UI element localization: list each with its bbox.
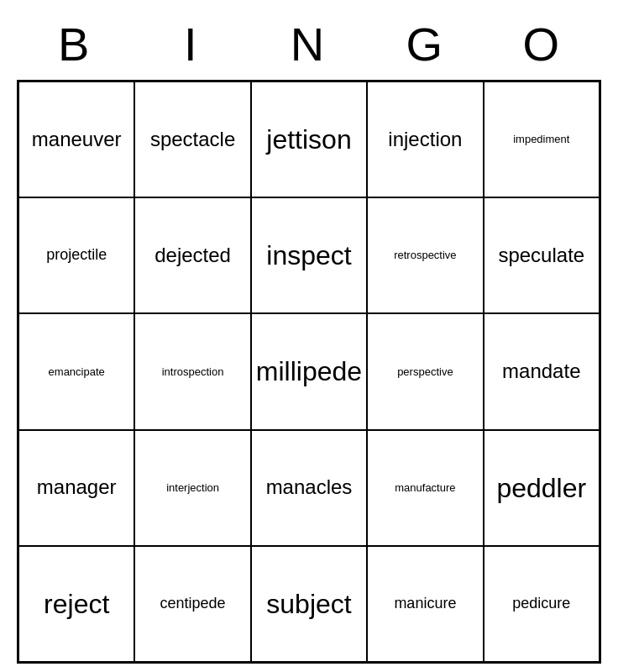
cell-word: retrospective	[394, 249, 456, 262]
cell-r3-c0: manager	[18, 430, 134, 546]
cell-word: jettison	[266, 123, 351, 155]
cell-word: impediment	[513, 133, 569, 146]
cell-word: manicure	[394, 595, 456, 613]
cell-word: manacles	[266, 475, 353, 500]
cell-r2-c0: emancipate	[18, 313, 134, 429]
cell-r1-c4: speculate	[484, 197, 600, 313]
cell-word: projectile	[46, 246, 107, 265]
cell-word: inspect	[266, 239, 351, 271]
bingo-letter-g: G	[371, 17, 480, 71]
bingo-header: BINGO	[17, 8, 601, 76]
cell-r3-c1: interjection	[134, 430, 250, 546]
cell-word: introspection	[162, 365, 224, 379]
cell-word: subject	[266, 588, 351, 620]
cell-r3-c4: peddler	[484, 430, 600, 546]
cell-word: centipede	[160, 595, 226, 613]
cell-word: manufacture	[395, 481, 455, 495]
cell-r0-c3: injection	[367, 81, 483, 197]
bingo-letter-i: I	[138, 17, 247, 71]
bingo-letter-b: B	[21, 17, 130, 71]
cell-r2-c4: mandate	[484, 313, 600, 429]
cell-r4-c2: subject	[251, 546, 367, 662]
cell-r4-c1: centipede	[134, 546, 250, 662]
cell-word: pedicure	[512, 595, 570, 613]
cell-word: dejected	[154, 244, 231, 268]
cell-word: peddler	[496, 472, 586, 504]
cell-r0-c1: spectacle	[134, 81, 250, 197]
cell-r1-c3: retrospective	[367, 197, 483, 313]
cell-r0-c4: impediment	[484, 81, 600, 197]
cell-word: spectacle	[150, 128, 235, 152]
cell-r0-c0: maneuver	[18, 81, 134, 197]
cell-word: interjection	[166, 481, 219, 495]
cell-r3-c3: manufacture	[367, 430, 483, 546]
bingo-letter-n: N	[254, 17, 364, 71]
cell-word: reject	[44, 588, 109, 620]
cell-r2-c2: millipede	[251, 313, 367, 429]
cell-r1-c0: projectile	[18, 197, 134, 313]
cell-r1-c2: inspect	[251, 197, 367, 313]
bingo-letter-o: O	[488, 17, 597, 71]
cell-r2-c1: introspection	[134, 313, 250, 429]
cell-r0-c2: jettison	[251, 81, 367, 197]
cell-r4-c4: pedicure	[484, 546, 600, 662]
cell-word: mandate	[502, 360, 580, 384]
bingo-grid: maneuverspectaclejettisoninjectionimpedi…	[17, 80, 601, 664]
cell-word: perspective	[397, 365, 453, 379]
cell-word: manager	[37, 475, 117, 500]
cell-r4-c3: manicure	[367, 546, 483, 662]
cell-word: emancipate	[49, 365, 105, 379]
cell-word: speculate	[498, 244, 584, 268]
cell-word: injection	[388, 128, 462, 152]
cell-r3-c2: manacles	[251, 430, 367, 546]
cell-r4-c0: reject	[18, 546, 134, 662]
cell-r1-c1: dejected	[134, 197, 250, 313]
cell-word: maneuver	[32, 128, 122, 152]
cell-word: millipede	[256, 355, 362, 387]
cell-r2-c3: perspective	[367, 313, 483, 429]
